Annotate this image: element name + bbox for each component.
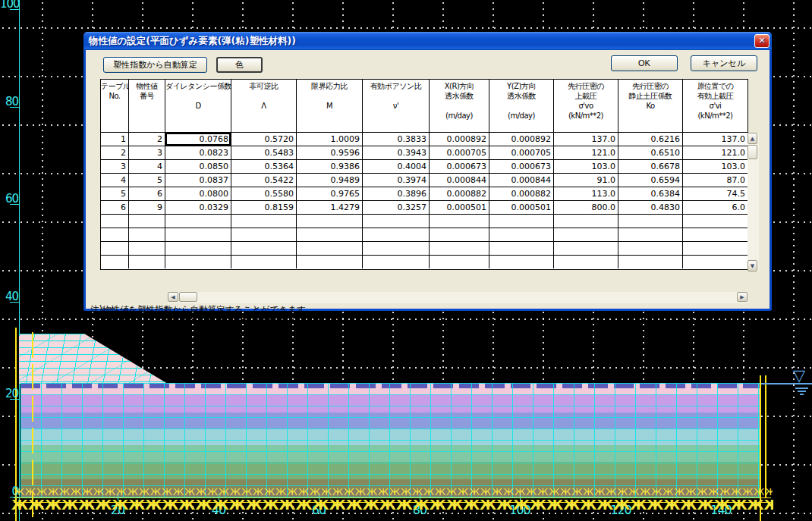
grid-cell[interactable]	[165, 215, 231, 228]
grid-cell[interactable]: 4	[101, 174, 129, 187]
grid-cell[interactable]	[363, 256, 430, 268]
grid-cell[interactable]	[231, 256, 297, 268]
vertical-scrollbar[interactable]: ▲ ▼	[747, 133, 759, 271]
dialog-titlebar[interactable]: 物性値の設定(平面ひずみ要素(弾(粘)塑性材料)) ✕	[83, 32, 772, 50]
auto-calc-button[interactable]: 塑性指数から自動算定	[103, 57, 207, 73]
grid-cell[interactable]: 2	[101, 146, 129, 159]
grid-cell[interactable]: 0.9765	[297, 187, 363, 200]
grid-cell[interactable]: 0.0850	[165, 160, 231, 173]
grid-cell[interactable]: 91.0	[554, 174, 618, 187]
grid-cell[interactable]: 113.0	[554, 187, 618, 200]
grid-cell[interactable]: 0.5483	[231, 146, 297, 159]
grid-cell[interactable]	[489, 256, 554, 268]
grid-cell[interactable]	[129, 215, 165, 228]
grid-cell[interactable]	[430, 215, 489, 228]
grid-cell[interactable]	[165, 242, 231, 255]
grid-cell[interactable]	[683, 215, 747, 228]
grid-cell[interactable]: 0.0800	[165, 187, 231, 200]
grid-cell[interactable]: 0.6510	[618, 146, 683, 159]
grid-cell[interactable]: 0.6594	[618, 174, 683, 187]
grid-cell[interactable]	[618, 242, 683, 255]
grid-cell[interactable]	[683, 228, 747, 241]
grid-cell[interactable]: 2	[129, 133, 165, 146]
grid-cell[interactable]: 0.000892	[430, 133, 489, 146]
vertical-scroll-thumb[interactable]	[747, 145, 757, 159]
grid-cell[interactable]: 0.9386	[297, 160, 363, 173]
grid-cell[interactable]: 0.000705	[489, 146, 554, 159]
grid-cell[interactable]: 0.8159	[231, 201, 297, 214]
grid-cell[interactable]: 0.000844	[489, 174, 554, 187]
close-icon[interactable]: ✕	[754, 34, 770, 48]
grid-cell[interactable]	[297, 215, 363, 228]
scroll-left-icon[interactable]: ◀	[168, 292, 178, 302]
horizontal-scrollbar[interactable]: ◀ ▶	[168, 292, 747, 303]
grid-cell[interactable]: 3	[129, 146, 165, 159]
grid-cell[interactable]: 5	[129, 174, 165, 187]
color-button[interactable]: 色	[216, 57, 263, 73]
grid-cell[interactable]	[165, 256, 231, 268]
grid-cell[interactable]: 6.0	[683, 201, 747, 214]
grid-cell[interactable]	[363, 228, 430, 241]
grid-cell[interactable]: 0.0823	[165, 146, 231, 159]
grid-cell[interactable]: 103.0	[554, 160, 618, 173]
grid-cell[interactable]: 0.3943	[363, 146, 430, 159]
grid-cell[interactable]	[489, 242, 554, 255]
grid-cell[interactable]	[430, 242, 489, 255]
grid-cell[interactable]: 0.0837	[165, 174, 231, 187]
grid-cell[interactable]	[101, 215, 129, 228]
grid-cell[interactable]: 0.6216	[618, 133, 683, 146]
grid-cell[interactable]: 0.5580	[231, 187, 297, 200]
cancel-button[interactable]: キャンセル	[691, 55, 757, 71]
grid-cell[interactable]	[297, 256, 363, 268]
grid-cell[interactable]: 137.0	[683, 133, 747, 146]
grid-cell[interactable]: 0.3257	[363, 201, 430, 214]
grid-cell[interactable]: 4	[129, 160, 165, 173]
grid-cell[interactable]: 6	[129, 187, 165, 200]
grid-cell[interactable]: 0.9596	[297, 146, 363, 159]
horizontal-scroll-thumb[interactable]	[179, 292, 197, 302]
grid-cell[interactable]: 121.0	[554, 146, 618, 159]
grid-cell[interactable]: 0.000501	[489, 201, 554, 214]
grid-cell[interactable]: 3	[101, 160, 129, 173]
grid-cell[interactable]: 800.0	[554, 201, 618, 214]
grid-cell[interactable]	[101, 228, 129, 241]
grid-cell[interactable]: 137.0	[554, 133, 618, 146]
grid-cell[interactable]: 1.0009	[297, 133, 363, 146]
grid-cell[interactable]	[430, 256, 489, 268]
grid-cell[interactable]: 0.3833	[363, 133, 430, 146]
grid-cell[interactable]: 0.000705	[430, 146, 489, 159]
grid-cell[interactable]	[554, 215, 618, 228]
grid-cell[interactable]	[683, 242, 747, 255]
grid-cell[interactable]	[231, 228, 297, 241]
grid-cell[interactable]: 0.000501	[430, 201, 489, 214]
grid-cell[interactable]: 0.3896	[363, 187, 430, 200]
grid-cell[interactable]: 6	[101, 201, 129, 214]
grid-cell[interactable]	[101, 242, 129, 255]
grid-cell[interactable]	[554, 256, 618, 268]
grid-cell[interactable]: 9	[129, 201, 165, 214]
grid-cell[interactable]: 0.000673	[489, 160, 554, 173]
grid-cell[interactable]	[129, 242, 165, 255]
grid-cell[interactable]	[489, 215, 554, 228]
grid-cell[interactable]	[683, 256, 747, 268]
grid-cell[interactable]	[165, 228, 231, 241]
scroll-down-icon[interactable]: ▼	[747, 260, 757, 271]
grid-cell[interactable]	[430, 228, 489, 241]
grid-cell[interactable]: 0.5422	[231, 174, 297, 187]
grid-cell[interactable]	[363, 242, 430, 255]
scroll-right-icon[interactable]: ▶	[737, 292, 747, 302]
grid-cell[interactable]: 0.5364	[231, 160, 297, 173]
grid-cell[interactable]: 0.6384	[618, 187, 683, 200]
grid-cell[interactable]	[554, 242, 618, 255]
grid-cell[interactable]: 5	[101, 187, 129, 200]
grid-cell[interactable]: 0.5720	[231, 133, 297, 146]
grid-cell[interactable]: 103.0	[683, 160, 747, 173]
grid-cell[interactable]: 0.4830	[618, 201, 683, 214]
grid-cell[interactable]	[363, 215, 430, 228]
grid-cell[interactable]	[618, 215, 683, 228]
grid-cell[interactable]: 0.9489	[297, 174, 363, 187]
grid-cell[interactable]	[618, 256, 683, 268]
grid-cell[interactable]: 0.000882	[430, 187, 489, 200]
grid-cell[interactable]: 0.3974	[363, 174, 430, 187]
grid-cell[interactable]: 74.5	[683, 187, 747, 200]
